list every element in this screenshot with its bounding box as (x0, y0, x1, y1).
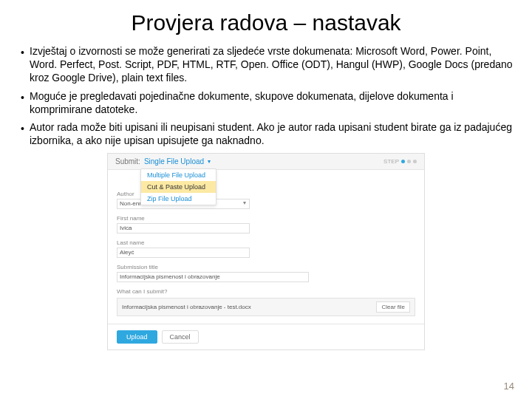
embedded-screenshot: Submit: Single File Upload ▾ STEP Multip… (107, 153, 425, 350)
menu-item-cutpaste[interactable]: Cut & Paste Upload (141, 181, 216, 193)
bullet-text: Moguće je pregledavati pojedinačne dokum… (30, 89, 514, 116)
file-attachment-row: Informacijska pismenost i obrazovanje - … (117, 298, 415, 316)
step-dot-2 (407, 160, 411, 163)
bullet-item: • Izvještaj o izvornosti se može generir… (21, 44, 514, 85)
firstname-input[interactable]: Ivica (117, 223, 250, 233)
bullet-dot: • (21, 120, 30, 147)
lastname-input[interactable]: Aleyć (117, 248, 250, 258)
bullet-item: • Autor rada može biti upisani ili neupi… (21, 120, 514, 147)
submit-header: Submit: Single File Upload ▾ STEP (108, 154, 424, 170)
step-dot-3 (413, 160, 417, 163)
clear-file-button[interactable]: Clear file (376, 301, 410, 313)
bullet-dot: • (21, 44, 30, 85)
title-label: Submission title (117, 264, 415, 270)
bullet-text: Izvještaj o izvornosti se može generirat… (30, 44, 514, 85)
firstname-label: First name (117, 215, 415, 222)
button-row: Upload Cancel (108, 324, 424, 349)
bullet-dot: • (21, 89, 30, 116)
step-indicator: STEP (383, 158, 417, 165)
file-name: Informacijska pismenost i obrazovanje - … (122, 304, 251, 310)
upload-type-menu[interactable]: Multiple File Upload Cut & Paste Upload … (140, 168, 216, 205)
bullet-text: Autor rada može biti upisani ili neupisa… (30, 120, 514, 147)
submit-label: Submit: (115, 157, 140, 166)
step-dot-1 (401, 160, 405, 163)
step-label: STEP (383, 158, 399, 165)
title-input[interactable]: Informacijska pismenost i obrazovanje (117, 272, 309, 282)
upload-type-dropdown[interactable]: Single File Upload (144, 157, 204, 166)
bullet-list: • Izvještaj o izvornosti se može generir… (0, 44, 532, 147)
cancel-button[interactable]: Cancel (162, 330, 199, 344)
slide-title: Provjera radova – nastavak (0, 0, 532, 44)
bullet-item: • Moguće je pregledavati pojedinačne dok… (21, 89, 514, 116)
lastname-label: Last name (117, 239, 415, 246)
menu-item-zip[interactable]: Zip File Upload (141, 193, 216, 205)
what-can-submit-link[interactable]: What can I submit? (117, 288, 415, 295)
upload-button[interactable]: Upload (117, 330, 157, 344)
page-number: 14 (504, 381, 514, 392)
chevron-down-icon[interactable]: ▾ (208, 158, 211, 165)
menu-item-multiple[interactable]: Multiple File Upload (141, 169, 216, 181)
